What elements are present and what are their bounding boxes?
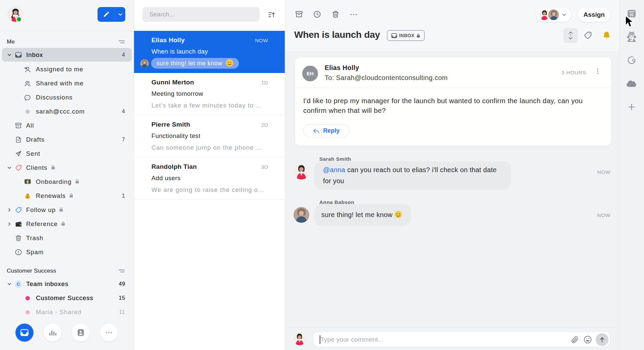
svg-text:$: $ xyxy=(26,195,28,199)
